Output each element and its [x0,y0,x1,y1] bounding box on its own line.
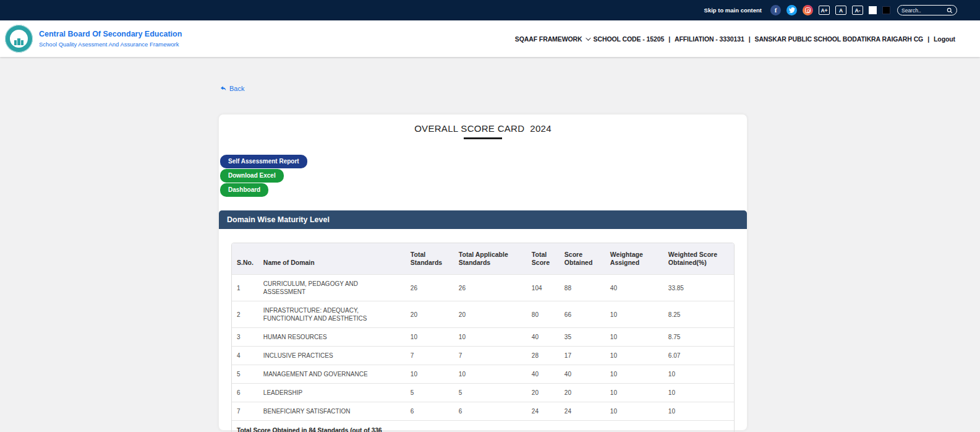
self-assessment-report-button[interactable]: Self Assessment Report [220,155,307,168]
score-card-panel: OVERALL SCORE CARD 2024 Self Assessment … [218,114,748,431]
domain-name-cell: CURRICULUM, PEDAGOGY AND ASSESSMENT [258,275,406,301]
table-cell: 26 [454,275,527,301]
table-cell: 1 [232,275,258,301]
nav-separator: | [668,35,670,43]
table-cell: 6 [232,384,258,402]
domain-name-cell: MANAGEMENT AND GOVERNANCE [258,365,406,384]
table-cell: 20 [454,301,527,328]
nav-school-name: SANSKAR PUBLIC SCHOOL BODATIKRA RAIGARH … [754,35,923,43]
table-cell: 10 [454,328,527,347]
column-header: Total Standards [406,243,454,275]
domain-name-cell: INCLUSIVE PRACTICES [258,347,406,365]
table-cell: 104 [527,275,560,301]
top-utility-bar: Skip to main content f A+ A A- [0,0,980,20]
table-cell: 33.85 [663,275,734,301]
chevron-down-icon [586,35,590,40]
column-header: Score Obtained [560,243,605,275]
table-cell: 6 [454,402,527,421]
table-cell: 26 [406,275,454,301]
font-size-decrease-button[interactable]: A- [852,6,863,15]
skip-to-content-link[interactable]: Skip to main content [704,7,762,14]
cbse-logo-emblem [10,30,28,48]
dashboard-button[interactable]: Dashboard [220,183,268,197]
action-button-stack: Self Assessment Report Download Excel Da… [220,155,747,197]
title-underline [464,137,502,139]
back-link[interactable]: Back [219,85,244,92]
table-cell: 40 [527,365,560,384]
logout-link[interactable]: Logout [934,35,955,43]
instagram-camera-glyph [805,7,811,13]
font-size-increase-button[interactable]: A+ [819,6,830,15]
total-row: Total Score Obtained in 84 Standards (ou… [232,421,734,432]
org-title-block: Central Board Of Secondary Education Sch… [39,30,182,48]
total-value-cell: 100 [605,421,663,432]
table-row: 1CURRICULUM, PEDAGOGY AND ASSESSMENT2626… [232,275,734,301]
table-cell: 10 [663,384,734,402]
total-value-cell: 84 [454,421,527,432]
table-cell: 10 [605,347,663,365]
table-cell: 10 [663,365,734,384]
twitter-bird-glyph [789,7,795,14]
table-cell: 8.25 [663,301,734,328]
table-cell: 28 [527,347,560,365]
table-cell: 3 [232,328,258,347]
table-cell: 40 [527,328,560,347]
column-header: S.No. [232,243,258,275]
table-cell: 10 [406,328,454,347]
table-cell: 10 [406,365,454,384]
download-excel-button[interactable]: Download Excel [220,169,284,183]
nav-sqaaf-framework-label: SQAAF FRAMEWORK [515,35,582,43]
column-header: Weighted Score Obtained(%) [663,243,734,275]
column-header: Name of Domain [258,243,406,275]
table-cell: 10 [605,328,663,347]
table-row: 3HUMAN RESOURCES10104035108.75 [232,328,734,347]
org-subtitle: School Quality Asessment And Assurance F… [39,41,182,48]
domain-name-cell: HUMAN RESOURCES [258,328,406,347]
table-cell: 20 [527,384,560,402]
org-name: Central Board Of Secondary Education [39,30,182,38]
table-cell: 8.75 [663,328,734,347]
column-header: Total Applicable Standards [454,243,527,275]
search-input[interactable] [901,7,947,14]
theme-light-swatch[interactable] [869,6,877,14]
nav-sqaaf-framework-dropdown[interactable]: SQAAF FRAMEWORK [515,35,589,43]
maturity-table: S.No.Name of DomainTotal StandardsTotal … [232,243,734,432]
column-header: Weightage Assigned [605,243,663,275]
table-cell: 10 [605,365,663,384]
table-cell: 24 [560,402,605,421]
total-value-cell: 336 [527,421,560,432]
table-cell: 2 [232,301,258,328]
search-icon[interactable] [947,7,953,14]
nav-school-code: SCHOOL CODE - 15205 [594,35,665,43]
table-cell: 10 [663,402,734,421]
table-cell: 6 [406,402,454,421]
total-value-cell: 290 [560,421,605,432]
table-cell: 88 [560,275,605,301]
table-row: 5MANAGEMENT AND GOVERNANCE101040401010 [232,365,734,384]
table-cell: 5 [406,384,454,402]
table-cell: 66 [560,301,605,328]
domain-name-cell: BENEFICIARY SATISFACTION [258,402,406,421]
font-size-normal-button[interactable]: A [835,6,846,15]
nav-separator: | [749,35,751,43]
instagram-icon[interactable] [803,5,813,15]
back-arrow-icon [219,85,227,92]
search-box[interactable] [897,5,957,15]
total-label-cell: Total Score Obtained in 84 Standards (ou… [232,421,406,432]
domain-name-cell: INFRASTRUCTURE: ADEQUACY, FUNCTIONALITY … [258,301,406,328]
cbse-logo [5,25,33,53]
table-cell: 6.07 [663,347,734,365]
page-title: OVERALL SCORE CARD 2024 [219,114,747,134]
maturity-table-wrap: S.No.Name of DomainTotal StandardsTotal … [231,243,735,432]
domain-name-cell: LEADERSHIP [258,384,406,402]
section-title-bar: Domain Wise Maturity Level [219,210,747,229]
table-cell: 17 [560,347,605,365]
table-cell: 35 [560,328,605,347]
theme-dark-swatch[interactable] [882,6,890,14]
table-cell: 10 [454,365,527,384]
twitter-icon[interactable] [786,5,797,15]
facebook-icon[interactable]: f [770,5,781,15]
table-cell: 5 [454,384,527,402]
table-cell: 20 [406,301,454,328]
table-cell: 7 [406,347,454,365]
